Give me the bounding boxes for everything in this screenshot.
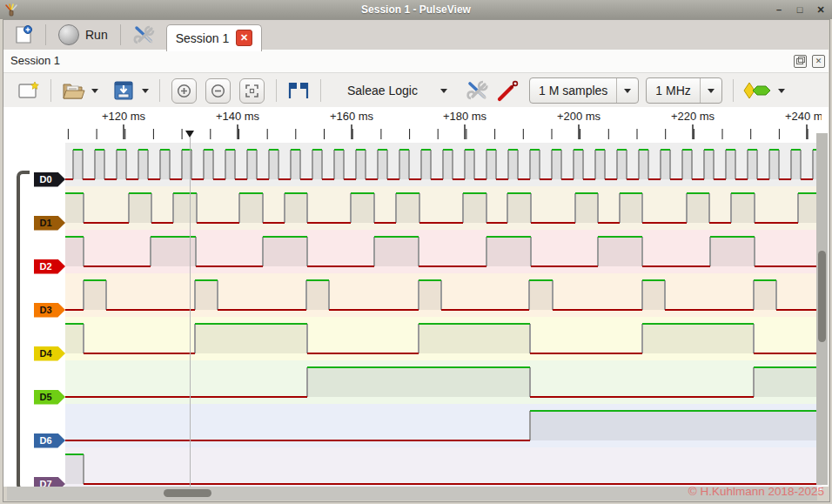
restore-view-button[interactable] bbox=[794, 55, 807, 68]
channel-tag-label: D5 bbox=[34, 390, 57, 405]
title-bar[interactable]: Session 1 - PulseView – □ ✕ bbox=[0, 0, 832, 19]
session-header: Session 1 ✕ bbox=[3, 50, 829, 72]
cursor-flags-icon bbox=[285, 81, 312, 100]
separator bbox=[733, 79, 734, 102]
tab-close-button[interactable]: ✕ bbox=[236, 30, 252, 46]
new-view-icon bbox=[17, 81, 40, 100]
new-session-icon bbox=[14, 24, 33, 45]
decoder-icon bbox=[742, 81, 775, 100]
configure-device-button[interactable] bbox=[465, 77, 491, 104]
chevron-down-icon bbox=[142, 89, 149, 93]
settings-button[interactable] bbox=[126, 22, 163, 48]
ruler-label: +140 ms bbox=[216, 110, 260, 123]
sample-rate-select[interactable]: 1 MHz bbox=[646, 77, 721, 104]
ruler-label: +240 ms bbox=[785, 110, 822, 123]
open-dropdown-button[interactable] bbox=[88, 89, 102, 93]
time-ruler[interactable]: +120 ms+140 ms+160 ms+180 ms+200 ms+220 … bbox=[65, 107, 822, 143]
save-button[interactable] bbox=[111, 77, 137, 104]
copyright-watermark: © H.Kuhlmann 2018-2025 bbox=[688, 485, 824, 498]
horizontal-scrollbar-handle[interactable] bbox=[164, 489, 211, 497]
save-icon bbox=[113, 80, 134, 101]
maximize-button[interactable]: □ bbox=[794, 3, 806, 16]
chevron-down-icon bbox=[624, 89, 631, 93]
main-tab-bar: Run Session 1 ✕ bbox=[3, 19, 829, 50]
tab-session-1[interactable]: Session 1 ✕ bbox=[166, 24, 262, 51]
ruler-label: +180 ms bbox=[443, 110, 487, 123]
ruler-label: +160 ms bbox=[330, 110, 374, 123]
open-folder-icon bbox=[61, 80, 85, 101]
channel-tag-label: D2 bbox=[34, 259, 57, 274]
window-title: Session 1 - PulseView bbox=[0, 3, 832, 16]
add-decoder-button[interactable] bbox=[742, 77, 785, 104]
separator bbox=[120, 24, 121, 45]
chevron-down-icon bbox=[778, 89, 785, 93]
channel-tag-label: D6 bbox=[34, 433, 57, 448]
device-name: Saleae Logic bbox=[347, 84, 418, 97]
ruler-label: +220 ms bbox=[671, 110, 715, 123]
separator bbox=[276, 79, 277, 102]
restore-icon-back bbox=[798, 57, 805, 63]
show-cursors-button[interactable] bbox=[285, 77, 312, 104]
run-button[interactable]: Run bbox=[51, 22, 115, 48]
chevron-down-icon bbox=[708, 89, 715, 93]
device-select[interactable]: Saleae Logic bbox=[339, 80, 456, 101]
separator bbox=[159, 79, 160, 102]
chevron-down-icon bbox=[440, 89, 447, 93]
run-state-icon bbox=[58, 24, 79, 45]
separator bbox=[320, 79, 321, 102]
new-session-button[interactable] bbox=[7, 22, 40, 48]
zoom-fit-button[interactable] bbox=[239, 78, 265, 104]
channel-tag-label: D1 bbox=[34, 216, 57, 231]
close-button[interactable]: ✕ bbox=[815, 3, 827, 16]
ruler-label: +200 ms bbox=[557, 110, 601, 123]
cursor-marker[interactable] bbox=[185, 131, 194, 138]
zoom-out-button[interactable] bbox=[205, 78, 231, 104]
open-button[interactable] bbox=[60, 77, 86, 104]
close-view-button[interactable]: ✕ bbox=[812, 55, 825, 68]
pulseview-window: Session 1 - PulseView – □ ✕ Run bbox=[0, 0, 832, 504]
tab-session-label: Session 1 bbox=[176, 31, 229, 45]
vertical-scrollbar[interactable] bbox=[816, 133, 828, 485]
channel-tag-label: D0 bbox=[34, 172, 57, 187]
sample-count-select[interactable]: 1 M samples bbox=[529, 77, 639, 104]
separator bbox=[45, 24, 46, 45]
channel-tag-label: D3 bbox=[34, 303, 57, 318]
channels-button[interactable] bbox=[494, 77, 520, 104]
tools-icon bbox=[133, 24, 156, 45]
zoom-in-icon bbox=[177, 84, 191, 98]
zoom-fit-icon bbox=[245, 84, 259, 98]
capture-toolbar: Saleae Logic 1 M samples 1 MHz bbox=[3, 72, 829, 109]
session-title: Session 1 bbox=[10, 54, 60, 67]
run-label: Run bbox=[85, 28, 108, 42]
vertical-scrollbar-handle[interactable] bbox=[818, 251, 826, 342]
probe-icon bbox=[496, 79, 519, 102]
wrench-screwdriver-icon bbox=[466, 79, 490, 102]
channel-tag-label: D4 bbox=[34, 346, 57, 361]
separator bbox=[50, 79, 51, 102]
waveform-canvas[interactable] bbox=[65, 143, 822, 491]
ruler-label: +120 ms bbox=[102, 110, 146, 123]
save-dropdown-button[interactable] bbox=[138, 89, 152, 93]
sample-rate-value: 1 MHz bbox=[647, 84, 699, 97]
window-frame-bottom bbox=[0, 501, 832, 504]
zoom-out-icon bbox=[211, 84, 225, 98]
time-marker-line bbox=[190, 138, 191, 487]
trace-group-bracket[interactable] bbox=[17, 171, 30, 491]
minimize-button[interactable]: – bbox=[773, 3, 785, 16]
zoom-in-button[interactable] bbox=[171, 78, 197, 104]
new-view-button[interactable] bbox=[16, 77, 42, 104]
sample-count-value: 1 M samples bbox=[530, 84, 616, 97]
chevron-down-icon bbox=[91, 89, 98, 93]
